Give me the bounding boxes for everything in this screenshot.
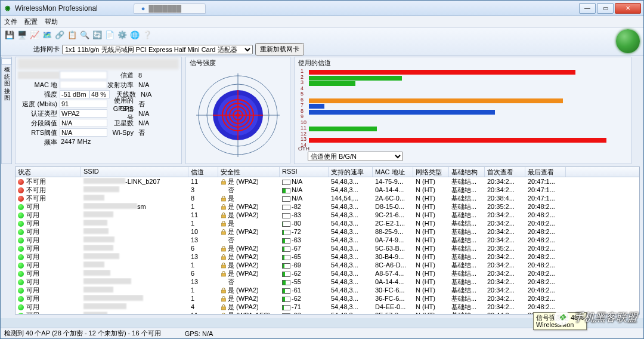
- auth-value: WPA2: [60, 109, 107, 118]
- svg-rect-16: [222, 215, 226, 218]
- speed-value: 91: [60, 100, 107, 108]
- svg-rect-23: [222, 290, 226, 293]
- svg-rect-21: [222, 265, 226, 268]
- svg-rect-25: [222, 307, 226, 310]
- strength-db: -51 dBm: [60, 90, 89, 98]
- tab-ip[interactable]: 接: [1, 80, 12, 86]
- channel-band-select[interactable]: 信道使用 B/G/N: [308, 152, 403, 161]
- background-tab[interactable]: ███████: [134, 3, 206, 14]
- frag-value: N/A: [60, 119, 107, 127]
- sheet-icon[interactable]: 📄: [104, 29, 115, 40]
- strength-pct: 48 %: [89, 90, 110, 98]
- table-row[interactable]: 可用10是 (WPA2)-7254,48,3...88-25-9...N (HT…: [16, 227, 639, 236]
- tab-graph[interactable]: 图: [1, 87, 12, 93]
- toolbar: 💾 🖥️ 📈 🗺️ 🔗 📋 🔍 🔄 📄 ⚙️ 🌐 ❔ 选择网卡 1x1 11b/…: [1, 28, 643, 56]
- reload-nic-button[interactable]: 重新加载网卡: [255, 43, 304, 56]
- menu-file[interactable]: 文件: [4, 17, 17, 26]
- status-ap-count: 检测到 40 个AP (28 个加密 - 12 个未加密) - 16 个可用: [4, 329, 161, 338]
- map-icon[interactable]: 🗺️: [42, 29, 52, 40]
- connections-icon[interactable]: 🔗: [54, 29, 65, 40]
- globe-logo-icon: [616, 29, 640, 53]
- close-button[interactable]: ✕: [615, 3, 641, 14]
- table-row[interactable]: 可用1是 (WPA2)-6254,48,3...36-FC-6...N (HT)…: [16, 294, 639, 303]
- txpower-value: N/A: [136, 81, 160, 88]
- gpssig-value: N/A: [136, 110, 160, 117]
- graph-icon[interactable]: 📈: [29, 29, 40, 40]
- info-panel: 信道8 MAC 地 发射功率N/A 强度-51 dBm48 % 天线数N/A 速…: [15, 57, 182, 164]
- table-row[interactable]: 可用1是 (WPA2)-6154,48,3...30-FC-6...N (HT)…: [16, 286, 639, 294]
- table-header: 状态 SSID 信道 安全性 RSSI 支持的速率 MAC 地址 网络类型 基础…: [16, 167, 639, 177]
- table-row[interactable]: 可用1是-8054,48,3...2C-E2-1...N (HT)基础结...2…: [16, 219, 639, 227]
- table-row[interactable]: 可用6是 (WPA2)-6754,48,3...5C-63-B...N (HT)…: [16, 244, 639, 252]
- signal-radar-panel: 信号强度: [185, 57, 290, 164]
- help-icon[interactable]: ❔: [142, 29, 153, 40]
- tab-summary[interactable]: 概: [1, 58, 12, 64]
- title-bar: ◉ WirelessMon Professional ███████ — ▭ ✕: [1, 1, 643, 16]
- channel-value: 8: [136, 72, 160, 79]
- oth-label: OTH: [298, 146, 309, 152]
- svg-rect-19: [222, 248, 226, 251]
- tooltip: 信号强度是 48%WirelessMon: [533, 312, 587, 330]
- table-row[interactable]: 不可用-LINK_b20711是 (WPA2)N/A54,48,3...14-7…: [16, 177, 639, 186]
- nic-select[interactable]: 1x1 11b/g/n 无线局域网 PCI Express Half Mini …: [62, 45, 253, 54]
- table-row[interactable]: 可用13是 (WPA2)-6554,48,3...30-B4-9...N (HT…: [16, 252, 639, 261]
- table-body[interactable]: 不可用-LINK_b20711是 (WPA2)N/A54,48,3...14-7…: [16, 177, 639, 314]
- globe-icon[interactable]: 🌐: [129, 29, 140, 40]
- svg-rect-17: [222, 223, 226, 226]
- wispy-value: 否: [136, 128, 160, 137]
- table-row[interactable]: 可用6是 (WPA2)-6254,48,3...A8-57-4...N (HT)…: [16, 269, 639, 278]
- save-icon[interactable]: 💾: [4, 29, 15, 40]
- channel-usage-panel: 使用的信道 1234567891011121314 OTH 信道使用 B/G/N: [294, 57, 631, 164]
- sat-value: N/A: [136, 119, 160, 127]
- channel-bar-chart: 1234567891011121314: [309, 70, 628, 150]
- menu-config[interactable]: 配置: [24, 17, 38, 26]
- svg-rect-18: [222, 232, 226, 235]
- refresh-icon[interactable]: 🔄: [92, 29, 103, 40]
- rts-value: N/A: [60, 128, 107, 137]
- table-row[interactable]: 可用sm1是 (WPA2)-8254,48,3...D8-15-0...N (H…: [16, 202, 639, 211]
- gear-icon[interactable]: ⚙️: [117, 29, 128, 40]
- table-row[interactable]: 可用13否-5554,48,3...0A-14-4...N (HT)基础结...…: [16, 278, 639, 286]
- status-gps: GPS: N/A: [185, 330, 213, 337]
- maximize-button[interactable]: ▭: [597, 3, 614, 14]
- menu-help[interactable]: 帮助: [45, 17, 58, 26]
- svg-rect-24: [222, 298, 226, 301]
- nic-label: 选择网卡: [33, 45, 60, 54]
- radar-chart: [190, 69, 286, 161]
- table-row[interactable]: 不可用3否N/A54,48,3...0A-14-4...N (HT)基础结...…: [16, 186, 639, 194]
- tab-map[interactable]: 图: [1, 73, 12, 79]
- app-icon: ◉: [3, 4, 13, 13]
- table-row[interactable]: 可用11是 (WPA2)-8354,48,3...9C-21-6...N (HT…: [16, 211, 639, 219]
- svg-rect-22: [222, 273, 226, 276]
- svg-rect-14: [222, 198, 226, 201]
- svg-rect-20: [222, 257, 226, 260]
- freq-value: 2447 MHz: [60, 138, 107, 146]
- ap-table: 状态 SSID 信道 安全性 RSSI 支持的速率 MAC 地址 网络类型 基础…: [15, 167, 640, 315]
- side-tabs: 概 统 图 接 图: [1, 57, 12, 164]
- table-row[interactable]: 可用13否-6354,48,3...0A-74-9...N (HT)基础结...…: [16, 236, 639, 244]
- table-row[interactable]: 不可用8是N/A144,54,...2A-6C-0...N (HT)基础结...…: [16, 194, 639, 202]
- gps-value: 否: [136, 100, 160, 109]
- table-row[interactable]: 可用4是 (WPA2)-7154,48,3...D4-EE-0...N (HT)…: [16, 303, 639, 311]
- zoom-icon[interactable]: 🔍: [79, 29, 90, 40]
- ant-value: N/A: [138, 91, 162, 98]
- svg-rect-13: [222, 181, 226, 184]
- tab-stats[interactable]: 统: [1, 66, 12, 72]
- menu-bar: 文件 配置 帮助: [1, 16, 643, 28]
- minimize-button[interactable]: —: [579, 3, 596, 14]
- log-icon[interactable]: 📋: [67, 29, 78, 40]
- svg-rect-15: [222, 207, 226, 209]
- app-title: WirelessMon Professional: [15, 4, 98, 13]
- monitor-icon[interactable]: 🖥️: [17, 29, 27, 40]
- table-row[interactable]: 可用1是 (WPA2)-6954,48,3...8C-A6-D...N (HT)…: [16, 261, 639, 269]
